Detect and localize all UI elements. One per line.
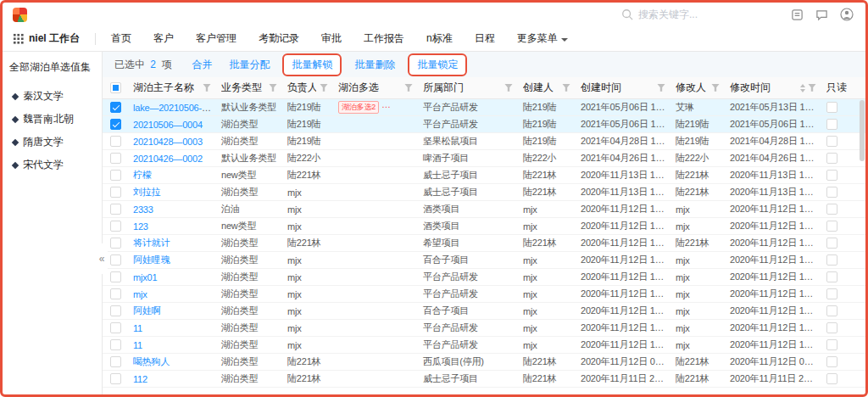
- lake-name-link[interactable]: 20210428—0003: [133, 137, 203, 147]
- global-search[interactable]: [621, 8, 782, 20]
- row-checkbox[interactable]: [110, 102, 121, 113]
- row-checkbox[interactable]: [110, 221, 121, 232]
- tree-item[interactable]: 宋代文学: [3, 154, 102, 176]
- filter-icon[interactable]: [404, 84, 413, 92]
- message-icon[interactable]: [791, 8, 804, 21]
- lake-name-link[interactable]: 20210506—0004: [133, 120, 203, 130]
- vertical-scrollbar[interactable]: [860, 100, 865, 393]
- user-avatar-icon[interactable]: [840, 8, 854, 21]
- batch-delete-button[interactable]: 批量删除: [346, 56, 403, 74]
- scrollbar-thumb[interactable]: [860, 100, 865, 161]
- diamond-bullet-icon: [12, 92, 19, 99]
- batch-unlock-button[interactable]: 批量解锁: [282, 53, 342, 76]
- row-checkbox[interactable]: [110, 254, 121, 266]
- row-checkbox[interactable]: [110, 238, 121, 249]
- merge-button[interactable]: 合并: [183, 56, 220, 74]
- readonly-checkbox[interactable]: [826, 136, 837, 147]
- table-row: 20210506—0004 湖泊类型 陆219陆 平台产品研发 陆219陆 20…: [103, 116, 865, 133]
- row-checkbox[interactable]: [110, 119, 121, 130]
- nav-item[interactable]: 更多菜单: [517, 31, 568, 46]
- readonly-checkbox[interactable]: [826, 204, 837, 215]
- filter-icon[interactable]: [657, 84, 665, 92]
- nav-item[interactable]: 客户管理: [196, 31, 236, 46]
- nav-item[interactable]: 客户: [153, 31, 174, 46]
- cell-business-type: 泊油: [216, 203, 282, 215]
- lake-name-link[interactable]: 刘拉拉: [133, 187, 160, 197]
- lake-name-link[interactable]: 11: [133, 340, 142, 350]
- chat-icon[interactable]: [815, 8, 828, 21]
- row-checkbox[interactable]: [110, 136, 121, 147]
- batch-lock-button[interactable]: 批量锁定: [408, 53, 467, 76]
- lake-name-link[interactable]: 20210426—0002: [133, 154, 203, 164]
- row-checkbox[interactable]: [110, 170, 121, 181]
- row-checkbox[interactable]: [110, 187, 121, 198]
- lake-name-link[interactable]: lake—20210506-0005: [133, 103, 216, 113]
- readonly-checkbox[interactable]: [826, 187, 837, 198]
- filter-icon[interactable]: [808, 84, 816, 92]
- row-checkbox[interactable]: [110, 305, 121, 316]
- row-checkbox[interactable]: [110, 373, 121, 384]
- nav-divider: [95, 33, 96, 45]
- tree-item[interactable]: 秦汉文学: [3, 85, 102, 108]
- lake-name-link[interactable]: 11: [133, 323, 142, 333]
- nav-item[interactable]: n标准: [426, 31, 453, 46]
- collapse-sidebar-button[interactable]: «: [96, 243, 108, 274]
- readonly-checkbox[interactable]: [826, 170, 837, 181]
- readonly-checkbox[interactable]: [826, 221, 837, 232]
- readonly-checkbox[interactable]: [826, 322, 837, 333]
- readonly-checkbox[interactable]: [826, 119, 837, 130]
- filter-icon[interactable]: [504, 84, 513, 92]
- readonly-checkbox[interactable]: [826, 271, 837, 282]
- nav-item[interactable]: 工作报告: [364, 31, 404, 46]
- lake-name-link[interactable]: 将计就计: [133, 238, 170, 248]
- filter-icon[interactable]: [711, 84, 720, 92]
- filter-icon[interactable]: [320, 84, 328, 92]
- column-header-label: 创建人: [523, 81, 559, 95]
- batch-assign-button[interactable]: 批量分配: [220, 56, 278, 74]
- nav-item[interactable]: 首页: [111, 31, 131, 46]
- readonly-checkbox[interactable]: [826, 373, 837, 384]
- readonly-checkbox[interactable]: [826, 356, 837, 367]
- tree-item[interactable]: 魏晋南北朝: [3, 108, 102, 131]
- row-checkbox[interactable]: [110, 204, 121, 215]
- nav-item-label: n标准: [426, 31, 453, 46]
- row-checkbox[interactable]: [110, 153, 121, 164]
- app-logo-icon[interactable]: [13, 8, 27, 22]
- nav-item[interactable]: 审批: [321, 31, 342, 46]
- lake-name-link[interactable]: 阿娃啊: [133, 305, 160, 316]
- lake-name-link[interactable]: 2333: [133, 204, 153, 215]
- workspace-switcher[interactable]: niel 工作台: [13, 31, 80, 46]
- row-checkbox[interactable]: [110, 339, 121, 350]
- nav-item[interactable]: 考勤记录: [259, 31, 299, 46]
- readonly-checkbox[interactable]: [826, 102, 837, 113]
- select-all-checkbox[interactable]: [110, 82, 121, 93]
- row-checkbox[interactable]: [110, 271, 121, 282]
- lake-name-link[interactable]: 123: [133, 221, 148, 232]
- tree-item[interactable]: 隋唐文学: [3, 131, 102, 154]
- cell-owner: mjx: [282, 255, 333, 266]
- row-checkbox[interactable]: [110, 322, 121, 333]
- readonly-checkbox[interactable]: [826, 305, 837, 316]
- row-checkbox[interactable]: [110, 288, 121, 299]
- lake-name-link[interactable]: mjx01: [133, 272, 157, 282]
- row-checkbox[interactable]: [110, 356, 121, 367]
- lake-name-link[interactable]: mjx: [133, 289, 147, 299]
- table-row: 123 new类型 mjx 酒类项目 mjx 2020年11月12日 15:25…: [103, 218, 865, 235]
- lake-name-link[interactable]: 喝热狗人: [133, 356, 170, 366]
- filter-icon[interactable]: [203, 84, 211, 92]
- readonly-checkbox[interactable]: [826, 288, 837, 299]
- search-input[interactable]: [638, 8, 765, 20]
- lake-name-link[interactable]: 阿娃哩瑰: [133, 254, 170, 265]
- lake-name-link[interactable]: 柠檬: [133, 170, 152, 180]
- lake-name-link[interactable]: 112: [133, 374, 147, 384]
- filter-icon[interactable]: [562, 84, 570, 92]
- readonly-checkbox[interactable]: [826, 153, 837, 164]
- readonly-checkbox[interactable]: [826, 254, 837, 266]
- nav-item[interactable]: 日程: [475, 31, 495, 46]
- filter-icon[interactable]: [269, 84, 277, 92]
- readonly-checkbox[interactable]: [826, 238, 837, 249]
- sort-icon[interactable]: [800, 84, 805, 92]
- cell-created-time: 2020年11月12日 15:25: [576, 220, 670, 232]
- readonly-checkbox[interactable]: [826, 339, 837, 350]
- cell-creator: 陆219陆: [518, 118, 576, 131]
